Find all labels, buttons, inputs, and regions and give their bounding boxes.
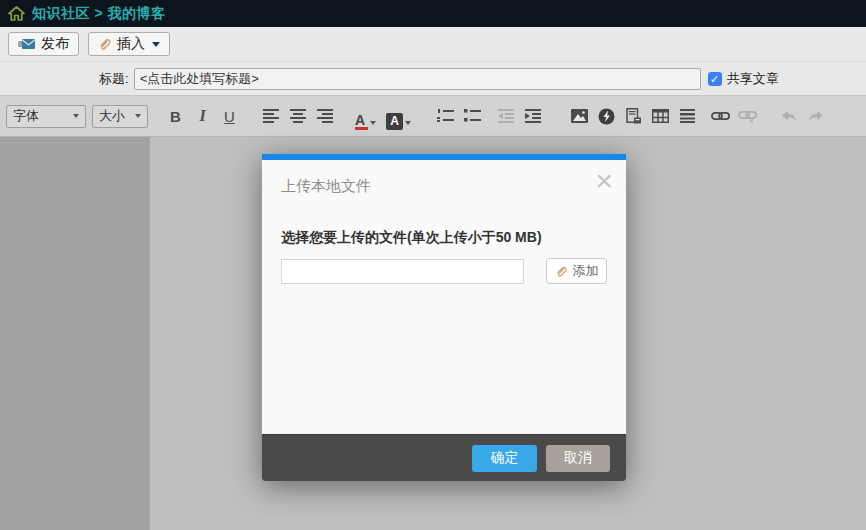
insert-image-button[interactable] [566, 103, 593, 130]
indent-button[interactable] [519, 103, 546, 130]
chevron-down-icon [73, 114, 79, 118]
outdent-button [492, 103, 519, 130]
add-file-label: 添加 [573, 262, 599, 280]
italic-button[interactable]: I [189, 103, 216, 130]
undo-icon [781, 110, 797, 122]
align-center-icon [290, 109, 306, 123]
page-break-icon [626, 108, 641, 124]
publish-label: 发布 [41, 35, 69, 53]
ordered-list-button[interactable] [432, 103, 459, 130]
underline-button[interactable]: U [216, 103, 243, 130]
align-left-icon [263, 109, 279, 123]
title-input[interactable] [134, 68, 701, 90]
chevron-down-icon [135, 114, 141, 118]
text-color-button[interactable]: A [352, 103, 379, 130]
image-icon [571, 109, 588, 123]
file-row: 添加 [281, 258, 607, 284]
indent-icon [525, 109, 541, 123]
share-label: 共享文章 [727, 70, 779, 88]
format-toolbar: 字体 大小 B I U A A [0, 96, 866, 137]
action-bar: 发布 插入 [0, 27, 866, 62]
upload-instruction: 选择您要上传的文件(单次上传小于50 MB) [281, 229, 607, 247]
ordered-list-icon [437, 109, 454, 123]
paperclip-icon [98, 37, 112, 51]
breadcrumb[interactable]: 知识社区 > 我的博客 [32, 5, 165, 23]
align-right-button[interactable] [311, 103, 338, 130]
horizontal-rule-icon [680, 109, 695, 123]
flash-media-icon [598, 108, 615, 125]
insert-flash-button[interactable] [593, 103, 620, 130]
insert-link-button[interactable] [707, 103, 734, 130]
bold-button[interactable]: B [162, 103, 189, 130]
redo-button [802, 103, 829, 130]
link-icon [711, 111, 730, 121]
align-right-icon [317, 109, 333, 123]
unlink-icon [738, 110, 757, 123]
home-icon[interactable] [8, 6, 25, 21]
top-navbar: 知识社区 > 我的博客 [0, 0, 866, 27]
insert-button[interactable]: 插入 [88, 32, 170, 56]
share-checkbox[interactable]: ✓ [708, 72, 722, 86]
ok-button[interactable]: 确定 [472, 445, 537, 472]
outdent-icon [498, 109, 514, 123]
undo-button [775, 103, 802, 130]
insert-table-button[interactable] [647, 103, 674, 130]
background-color-icon: A [386, 113, 403, 130]
horizontal-rule-button[interactable] [674, 103, 701, 130]
table-icon [652, 109, 669, 123]
font-size-select[interactable]: 大小 [92, 105, 148, 128]
title-bar: 标题: ✓ 共享文章 [0, 62, 866, 96]
bullet-list-button[interactable] [459, 103, 486, 130]
dialog-header: 上传本地文件 × [262, 160, 626, 196]
close-icon[interactable]: × [595, 166, 613, 196]
editor-gutter [0, 137, 150, 530]
file-path-input[interactable] [281, 259, 524, 284]
page-break-button[interactable] [620, 103, 647, 130]
chevron-down-icon [405, 121, 411, 125]
publish-envelope-icon [18, 38, 36, 50]
font-size-label: 大小 [99, 107, 125, 125]
align-center-button[interactable] [284, 103, 311, 130]
share-article-option: ✓ 共享文章 [708, 70, 779, 88]
chevron-down-icon [370, 121, 376, 125]
text-color-icon: A [355, 114, 368, 130]
dialog-body: 选择您要上传的文件(单次上传小于50 MB) 添加 [262, 196, 626, 434]
publish-button[interactable]: 发布 [8, 32, 79, 56]
redo-icon [808, 110, 824, 122]
dialog-title: 上传本地文件 [281, 177, 371, 194]
align-left-button[interactable] [257, 103, 284, 130]
dialog-footer: 确定 取消 [262, 434, 626, 481]
background-color-button[interactable]: A [385, 103, 412, 130]
bullet-list-icon [464, 109, 481, 123]
upload-dialog: 上传本地文件 × 选择您要上传的文件(单次上传小于50 MB) 添加 确定 取消 [262, 154, 626, 481]
insert-label: 插入 [117, 35, 145, 53]
font-family-label: 字体 [13, 107, 39, 125]
chevron-down-icon [152, 42, 160, 47]
paperclip-icon [555, 265, 568, 278]
title-label: 标题: [99, 70, 129, 88]
remove-link-button [734, 103, 761, 130]
add-file-button[interactable]: 添加 [546, 258, 607, 284]
cancel-button[interactable]: 取消 [546, 445, 610, 472]
font-family-select[interactable]: 字体 [6, 105, 86, 128]
